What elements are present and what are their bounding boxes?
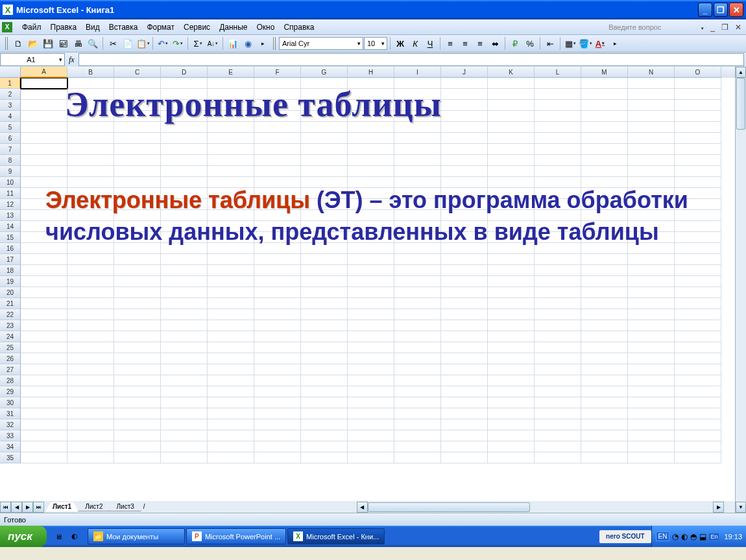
cell[interactable] (441, 78, 488, 89)
cell[interactable] (394, 254, 441, 265)
cell[interactable] (675, 452, 721, 463)
toolbar-options-icon[interactable]: ▸ (256, 36, 270, 51)
cell[interactable] (208, 166, 254, 177)
cell[interactable] (254, 309, 301, 320)
close-button[interactable]: ✕ (729, 3, 743, 17)
cell[interactable] (441, 375, 488, 386)
cell[interactable] (441, 111, 488, 122)
cell[interactable] (628, 386, 675, 397)
col-header[interactable]: E (208, 67, 254, 78)
cell[interactable] (254, 397, 301, 408)
row-header[interactable]: 24 (0, 331, 21, 342)
maximize-button[interactable]: ❐ (714, 3, 728, 17)
hscroll-track[interactable] (368, 502, 713, 513)
language-indicator[interactable]: EN (656, 531, 670, 541)
borders-icon[interactable]: ▦ (563, 36, 577, 51)
undo-icon[interactable]: ↶ (156, 36, 170, 51)
cell[interactable] (441, 430, 488, 441)
row-header[interactable]: 8 (0, 155, 21, 166)
show-desktop-icon[interactable]: 🖥 (52, 530, 66, 544)
row-header[interactable]: 12 (0, 199, 21, 210)
cell[interactable] (21, 166, 67, 177)
row-header[interactable]: 22 (0, 309, 21, 320)
cell[interactable] (488, 309, 535, 320)
cell[interactable] (348, 408, 394, 419)
cell[interactable] (21, 155, 67, 166)
toolbar-grip-2[interactable] (273, 37, 276, 50)
name-box[interactable]: A1 (0, 53, 65, 66)
cell[interactable] (581, 342, 628, 353)
redo-icon[interactable]: ↷ (171, 36, 185, 51)
cell[interactable] (21, 375, 67, 386)
col-header[interactable]: F (254, 67, 301, 78)
cell[interactable] (488, 408, 535, 419)
cell[interactable] (441, 155, 488, 166)
cell[interactable] (114, 298, 161, 309)
cell[interactable] (254, 331, 301, 342)
tab-first-button[interactable]: ⏮ (0, 502, 11, 513)
cell[interactable] (488, 419, 535, 430)
cell[interactable] (535, 353, 581, 364)
cell[interactable] (254, 430, 301, 441)
cell[interactable] (301, 364, 348, 375)
cell[interactable] (581, 155, 628, 166)
cell[interactable] (67, 353, 114, 364)
bold-icon[interactable]: Ж (393, 36, 407, 51)
cell[interactable] (114, 309, 161, 320)
cell[interactable] (21, 353, 67, 364)
cell[interactable] (254, 375, 301, 386)
cell[interactable] (21, 78, 67, 89)
cell[interactable] (394, 331, 441, 342)
cell[interactable] (301, 276, 348, 287)
row-header[interactable]: 9 (0, 166, 21, 177)
cell[interactable] (394, 287, 441, 298)
cell[interactable] (67, 287, 114, 298)
cell[interactable] (441, 364, 488, 375)
cell[interactable] (675, 166, 721, 177)
cell[interactable] (348, 353, 394, 364)
cell[interactable] (21, 331, 67, 342)
cell[interactable] (488, 166, 535, 177)
cell[interactable] (488, 155, 535, 166)
tray-icon[interactable]: ◐ (681, 532, 688, 541)
cell[interactable] (581, 144, 628, 155)
cell[interactable] (67, 298, 114, 309)
row-header[interactable]: 1 (0, 78, 21, 89)
cut-icon[interactable]: ✂ (106, 36, 120, 51)
row-header[interactable]: 27 (0, 364, 21, 375)
cell[interactable] (394, 375, 441, 386)
cell[interactable] (67, 452, 114, 463)
quicklaunch-icon[interactable]: ◐ (67, 530, 82, 544)
cell[interactable] (441, 397, 488, 408)
cell[interactable] (208, 386, 254, 397)
cell[interactable] (21, 298, 67, 309)
cell[interactable] (394, 386, 441, 397)
row-header[interactable]: 17 (0, 254, 21, 265)
cell[interactable] (254, 133, 301, 144)
cell[interactable] (488, 122, 535, 133)
cell[interactable] (161, 430, 208, 441)
cell[interactable] (114, 144, 161, 155)
cell[interactable] (208, 397, 254, 408)
cell[interactable] (441, 254, 488, 265)
col-header[interactable]: H (348, 67, 394, 78)
cell[interactable] (301, 155, 348, 166)
cell[interactable] (254, 386, 301, 397)
cell[interactable] (394, 452, 441, 463)
cell[interactable] (535, 100, 581, 111)
cell[interactable] (488, 386, 535, 397)
cell[interactable] (254, 254, 301, 265)
cell[interactable] (21, 309, 67, 320)
cell[interactable] (161, 419, 208, 430)
cell[interactable] (208, 276, 254, 287)
cell[interactable] (348, 441, 394, 452)
tray-icon[interactable]: ⬓ (699, 532, 706, 541)
taskbar-app-excel[interactable]: X Microsoft Excel - Кни... (287, 528, 385, 544)
cell[interactable] (535, 331, 581, 342)
row-header[interactable]: 19 (0, 276, 21, 287)
cell[interactable] (488, 364, 535, 375)
cell[interactable] (628, 342, 675, 353)
taskbar-app-powerpoint[interactable]: P Microsoft PowerPoint ... (186, 528, 286, 544)
row-header[interactable]: 33 (0, 430, 21, 441)
print-icon[interactable]: 🖶 (71, 36, 85, 51)
